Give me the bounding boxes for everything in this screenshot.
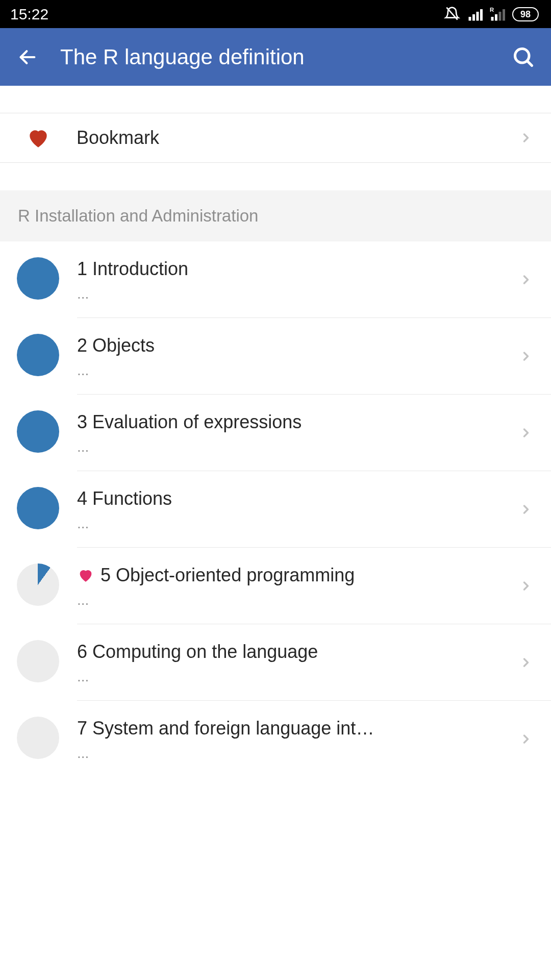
search-icon (512, 46, 535, 68)
bookmark-label: Bookmark (77, 127, 519, 149)
list-item[interactable]: 7 System and foreign language interfa…..… (0, 701, 551, 777)
chevron-right-icon (519, 349, 533, 363)
svg-rect-1 (469, 17, 471, 21)
chevron-right-icon (519, 732, 533, 746)
section-header: R Installation and Administration (0, 190, 551, 241)
item-subtitle: ... (77, 286, 519, 302)
svg-rect-2 (472, 14, 475, 21)
progress-circle-icon (17, 717, 59, 759)
list-item-inner: 1 Introduction... (17, 257, 519, 302)
item-title-row: 1 Introduction (77, 258, 519, 280)
item-title-row: 3 Evaluation of expressions (77, 411, 519, 433)
progress-circle-icon (17, 640, 59, 682)
status-icons: R 98 (444, 6, 541, 22)
item-title: 6 Computing on the language (77, 641, 318, 663)
list-item[interactable]: 1 Introduction... (0, 241, 551, 317)
item-subtitle: ... (77, 516, 519, 532)
progress-circle-icon (17, 257, 59, 300)
item-text: 6 Computing on the language... (77, 640, 519, 685)
item-text: 2 Objects... (77, 334, 519, 379)
item-text: 4 Functions... (77, 487, 519, 532)
bookmark-row[interactable]: Bookmark (0, 113, 551, 163)
progress-circle-icon (17, 334, 59, 376)
svg-rect-6 (491, 17, 494, 21)
signal-icon-1 (467, 7, 483, 22)
item-title: 4 Functions (77, 488, 172, 509)
search-button[interactable] (511, 45, 536, 69)
chevron-right-icon (519, 426, 533, 440)
svg-rect-4 (480, 9, 483, 21)
page-title: The R language definition (60, 45, 491, 69)
chevron-right-icon (519, 273, 533, 287)
spacer-top (0, 86, 551, 113)
list-item[interactable]: 3 Evaluation of expressions... (0, 395, 551, 471)
heart-icon (26, 125, 51, 151)
list-item[interactable]: 4 Functions... (0, 471, 551, 547)
item-subtitle: ... (77, 362, 519, 379)
alarm-mute-icon (444, 6, 460, 22)
item-title-row: 4 Functions (77, 488, 519, 509)
list-item-inner: 6 Computing on the language... (17, 640, 519, 685)
signal-icon-2: R (490, 7, 505, 22)
item-subtitle: ... (77, 745, 519, 762)
heart-small-icon (77, 567, 94, 584)
app-bar: The R language definition (0, 28, 551, 86)
item-text: 1 Introduction... (77, 257, 519, 302)
item-title-row: 5 Object-oriented programming (77, 565, 519, 586)
list-item-inner: 3 Evaluation of expressions... (17, 410, 519, 455)
list-container: 1 Introduction...2 Objects...3 Evaluatio… (0, 241, 551, 777)
status-bar: 15:22 R 98 (0, 0, 551, 28)
svg-rect-8 (499, 12, 502, 21)
svg-rect-3 (477, 12, 479, 21)
content: Bookmark R Installation and Administrati… (0, 86, 551, 777)
chevron-right-icon (519, 131, 533, 145)
list-item-inner: 7 System and foreign language interfa…..… (17, 717, 519, 762)
item-title: 1 Introduction (77, 258, 188, 280)
item-title: 7 System and foreign language interfa… (77, 718, 378, 739)
svg-text:98: 98 (520, 9, 531, 19)
chevron-right-icon (519, 655, 533, 670)
item-title: 5 Object-oriented programming (101, 565, 355, 586)
item-title: 3 Evaluation of expressions (77, 411, 302, 433)
item-title-row: 6 Computing on the language (77, 641, 519, 663)
progress-circle-icon (17, 487, 59, 529)
item-text: 3 Evaluation of expressions... (77, 410, 519, 455)
item-title-row: 2 Objects (77, 335, 519, 356)
status-time: 15:22 (10, 6, 48, 23)
back-arrow-icon (17, 47, 38, 67)
spacer-gap (0, 163, 551, 190)
item-title-row: 7 System and foreign language interfa… (77, 718, 519, 739)
item-subtitle: ... (77, 669, 519, 685)
svg-rect-7 (495, 14, 497, 21)
list-item[interactable]: 6 Computing on the language... (0, 624, 551, 700)
svg-rect-9 (503, 9, 505, 21)
svg-text:R: R (490, 7, 494, 13)
chevron-right-icon (519, 579, 533, 593)
item-text: 5 Object-oriented programming... (77, 564, 519, 608)
list-item[interactable]: 2 Objects... (0, 318, 551, 394)
item-title: 2 Objects (77, 335, 155, 356)
list-item-inner: 2 Objects... (17, 334, 519, 379)
item-subtitle: ... (77, 592, 519, 608)
back-button[interactable] (15, 45, 40, 69)
list-item[interactable]: 5 Object-oriented programming... (0, 548, 551, 624)
svg-line-14 (527, 61, 532, 65)
battery-icon: 98 (512, 7, 541, 21)
list-item-inner: 5 Object-oriented programming... (17, 564, 519, 608)
item-text: 7 System and foreign language interfa…..… (77, 717, 519, 762)
item-subtitle: ... (77, 439, 519, 455)
progress-circle-icon (17, 410, 59, 453)
progress-circle-icon (17, 564, 59, 606)
chevron-right-icon (519, 502, 533, 517)
list-item-inner: 4 Functions... (17, 487, 519, 532)
